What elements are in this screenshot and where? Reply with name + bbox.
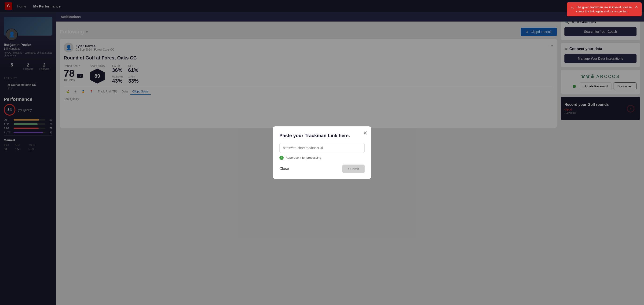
modal-close-text-btn[interactable]: Close	[280, 167, 289, 171]
error-toast: ⚠ The given trackman link is invalid. Pl…	[567, 2, 642, 16]
error-icon: ⚠	[570, 6, 574, 10]
modal-title: Paste your Trackman Link here.	[280, 133, 364, 138]
trackman-modal: ✕ Paste your Trackman Link here. ✓ Repor…	[273, 126, 371, 179]
error-message: The given trackman link is invalid. Plea…	[576, 5, 632, 14]
modal-submit-btn[interactable]: Submit	[342, 164, 364, 173]
modal-footer: Close Submit	[280, 164, 364, 173]
success-icon: ✓	[280, 156, 284, 160]
trackman-link-input[interactable]	[280, 143, 364, 153]
toast-close-btn[interactable]: ✕	[635, 5, 638, 9]
modal-overlay[interactable]: ✕ Paste your Trackman Link here. ✓ Repor…	[0, 0, 644, 305]
modal-success-msg: ✓ Report sent for processing	[280, 156, 364, 160]
modal-close-btn[interactable]: ✕	[363, 130, 368, 136]
success-text: Report sent for processing	[286, 156, 321, 160]
